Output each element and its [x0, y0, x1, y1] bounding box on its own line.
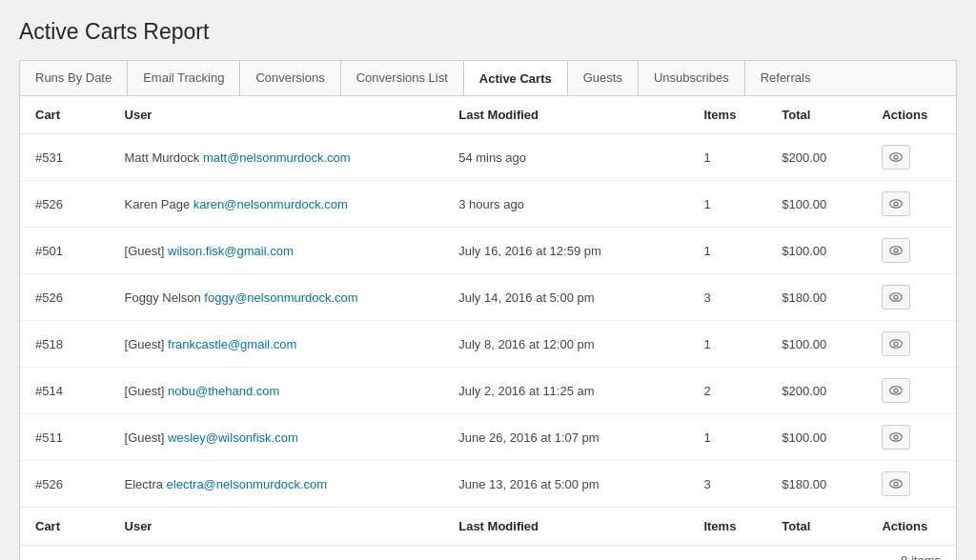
cell-items: 3	[688, 461, 766, 508]
cell-actions	[866, 274, 956, 321]
page-title: Active Carts Report	[19, 19, 957, 45]
table-row: #526Foggy Nelson foggy@nelsonmurdock.com…	[20, 274, 956, 321]
svg-point-10	[890, 387, 903, 394]
col-footer-total: Total	[766, 508, 866, 546]
view-cart-button[interactable]	[882, 145, 910, 170]
cell-cart: #518	[20, 321, 110, 368]
view-cart-button[interactable]	[882, 331, 910, 356]
col-header-total: Total	[766, 96, 866, 134]
svg-point-1	[894, 155, 898, 159]
cell-total: $100.00	[766, 228, 866, 274]
user-name: [Guest]	[125, 337, 169, 351]
cell-actions	[866, 368, 956, 414]
cell-items: 1	[688, 321, 766, 368]
cell-items: 1	[688, 134, 766, 181]
cell-actions	[866, 134, 956, 181]
user-email-link[interactable]: nobu@thehand.com	[168, 384, 279, 398]
view-cart-button[interactable]	[882, 471, 910, 496]
cell-cart: #501	[20, 228, 110, 274]
user-email-link[interactable]: frankcastle@gmail.com	[168, 337, 296, 351]
user-email-link[interactable]: electra@nelsonmurdock.com	[167, 477, 328, 491]
svg-point-7	[894, 295, 898, 299]
table-row: #501[Guest] wilson.fisk@gmail.comJuly 16…	[20, 228, 956, 274]
cell-actions	[866, 414, 956, 461]
user-email-link[interactable]: wesley@wilsonfisk.com	[168, 430, 298, 445]
cell-cart: #526	[20, 274, 110, 321]
view-cart-button[interactable]	[882, 238, 910, 263]
col-footer-cart: Cart	[20, 508, 110, 546]
cell-cart: #514	[20, 368, 110, 414]
item-count: 8 items	[20, 545, 956, 560]
tab-email-tracking[interactable]: Email Tracking	[128, 61, 240, 95]
svg-point-14	[890, 480, 903, 488]
tabs-bar: Runs By Date Email Tracking Conversions …	[19, 60, 957, 95]
col-header-cart: Cart	[20, 96, 110, 134]
user-name: [Guest]	[125, 384, 169, 398]
svg-point-6	[890, 293, 903, 301]
table-row: #526Karen Page karen@nelsonmurdock.com3 …	[20, 181, 956, 228]
tab-runs-by-date[interactable]: Runs By Date	[20, 61, 128, 95]
col-header-items: Items	[688, 96, 766, 134]
cell-user: Foggy Nelson foggy@nelsonmurdock.com	[110, 274, 444, 321]
table-row: #526Electra electra@nelsonmurdock.comJun…	[20, 461, 956, 508]
svg-point-2	[890, 200, 903, 208]
cell-last-modified: June 26, 2016 at 1:07 pm	[443, 414, 688, 461]
tab-conversions[interactable]: Conversions	[240, 61, 340, 95]
user-email-link[interactable]: foggy@nelsonmurdock.com	[204, 290, 357, 305]
col-header-user: User	[110, 96, 444, 134]
svg-point-12	[890, 433, 903, 441]
user-email-link[interactable]: karen@nelsonmurdock.com	[193, 197, 348, 211]
cell-last-modified: June 13, 2016 at 5:00 pm	[443, 461, 688, 508]
svg-point-11	[894, 389, 898, 392]
cell-total: $200.00	[766, 368, 866, 414]
table-row: #511[Guest] wesley@wilsonfisk.comJune 26…	[20, 414, 956, 461]
cell-last-modified: July 2, 2016 at 11:25 am	[443, 368, 688, 414]
user-name: Karen Page	[125, 197, 193, 211]
cell-user: [Guest] wilson.fisk@gmail.com	[110, 228, 444, 274]
cell-total: $100.00	[766, 321, 866, 368]
user-email-link[interactable]: matt@nelsonmurdock.com	[203, 150, 351, 165]
view-cart-button[interactable]	[882, 425, 910, 450]
table-row: #514[Guest] nobu@thehand.comJuly 2, 2016…	[20, 368, 956, 414]
cell-items: 2	[688, 368, 766, 414]
svg-point-13	[894, 435, 898, 439]
view-cart-button[interactable]	[882, 378, 910, 403]
cell-items: 1	[688, 414, 766, 461]
user-name: Electra	[125, 477, 167, 491]
cell-actions	[866, 228, 956, 274]
tab-unsubscribes[interactable]: Unsubscribes	[639, 61, 745, 95]
cell-last-modified: 3 hours ago	[443, 181, 688, 228]
user-name: Matt Murdock	[125, 150, 203, 165]
cell-cart: #526	[20, 181, 110, 228]
carts-table: Cart User Last Modified Items Total Acti…	[20, 96, 956, 545]
cell-last-modified: July 8, 2016 at 12:00 pm	[443, 321, 688, 368]
cell-items: 1	[688, 228, 766, 274]
svg-point-3	[894, 202, 898, 206]
tab-referrals[interactable]: Referrals	[745, 61, 826, 95]
cell-user: [Guest] wesley@wilsonfisk.com	[110, 414, 444, 461]
col-footer-modified: Last Modified	[443, 508, 688, 546]
tab-guests[interactable]: Guests	[568, 61, 639, 95]
cell-total: $200.00	[766, 134, 866, 181]
cell-actions	[866, 321, 956, 368]
svg-point-15	[894, 482, 898, 486]
cell-items: 3	[688, 274, 766, 321]
cell-user: [Guest] nobu@thehand.com	[110, 368, 444, 414]
svg-point-4	[890, 247, 903, 254]
cell-last-modified: July 16, 2016 at 12:59 pm	[443, 228, 688, 274]
user-name: [Guest]	[125, 430, 169, 445]
cell-user: Electra electra@nelsonmurdock.com	[110, 461, 444, 508]
svg-point-5	[894, 249, 898, 252]
svg-point-8	[890, 340, 903, 348]
cell-total: $100.00	[766, 414, 866, 461]
user-email-link[interactable]: wilson.fisk@gmail.com	[168, 244, 294, 258]
view-cart-button[interactable]	[882, 191, 910, 216]
tab-conversions-list[interactable]: Conversions List	[341, 61, 464, 95]
col-footer-actions: Actions	[866, 508, 956, 546]
user-name: Foggy Nelson	[125, 290, 205, 305]
view-cart-button[interactable]	[882, 285, 910, 310]
cell-actions	[866, 181, 956, 228]
table-row: #518[Guest] frankcastle@gmail.comJuly 8,…	[20, 321, 956, 368]
tab-active-carts[interactable]: Active Carts	[464, 62, 568, 95]
cell-total: $100.00	[766, 181, 866, 228]
